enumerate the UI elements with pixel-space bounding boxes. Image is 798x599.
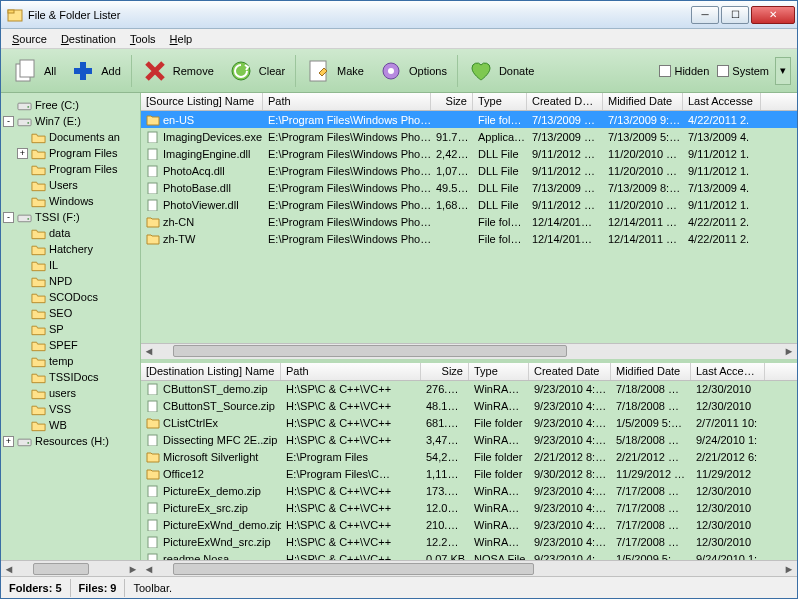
tree-node[interactable]: +Program Files (3, 145, 138, 161)
list-row[interactable]: PictureExWnd_demo.zipH:\SP\C & C++\VC++2… (141, 517, 797, 534)
menu-destination[interactable]: Destination (54, 31, 123, 47)
list-row[interactable]: PhotoAcq.dllE:\Program Files\Windows Pho… (141, 162, 797, 179)
expand-icon[interactable]: - (3, 212, 14, 223)
cell: 11/20/2010 … (603, 147, 683, 161)
tree-node[interactable]: IL (3, 257, 138, 273)
column-header[interactable]: Size (431, 93, 473, 110)
tree-label: data (49, 227, 70, 239)
tree-node[interactable]: TSSIDocs (3, 369, 138, 385)
cell: 12.0… (421, 501, 469, 515)
column-header[interactable]: Type (473, 93, 527, 110)
tree-node[interactable]: SEO (3, 305, 138, 321)
tree-label: WB (49, 419, 67, 431)
column-header[interactable]: Last Accesse. (691, 363, 765, 380)
tree-node[interactable]: temp (3, 353, 138, 369)
tree-hscroll[interactable]: ◄► (1, 560, 141, 576)
all-button[interactable]: All (7, 55, 62, 87)
source-header[interactable]: [Source Listing] NamePathSizeTypeCreated… (141, 93, 797, 111)
tree-node[interactable]: WB (3, 417, 138, 433)
tree-node[interactable]: Free (C:) (3, 97, 138, 113)
tree-node[interactable]: VSS (3, 401, 138, 417)
tree-node[interactable]: SPEF (3, 337, 138, 353)
clear-label: Clear (259, 65, 285, 77)
tree-node[interactable]: users (3, 385, 138, 401)
cell: 1,68… (431, 198, 473, 212)
list-row[interactable]: zh-TWE:\Program Files\Windows Pho…File f… (141, 230, 797, 247)
cell: en-US (141, 113, 263, 127)
column-header[interactable]: Path (263, 93, 431, 110)
column-header[interactable]: Path (281, 363, 421, 380)
cell: DLL File (473, 147, 527, 161)
svg-point-13 (27, 217, 29, 219)
column-header[interactable]: Last Accesse (683, 93, 761, 110)
list-row[interactable]: PictureExWnd_src.zipH:\SP\C & C++\VC++12… (141, 534, 797, 551)
expand-icon[interactable]: + (3, 436, 14, 447)
list-row[interactable]: Dissecting MFC 2E..zipH:\SP\C & C++\VC++… (141, 432, 797, 449)
remove-button[interactable]: Remove (136, 55, 220, 87)
options-button[interactable]: Options (372, 55, 453, 87)
dest-header[interactable]: [Destination Listing] NamePathSizeTypeCr… (141, 363, 797, 381)
add-button[interactable]: Add (64, 55, 127, 87)
column-header[interactable]: Type (469, 363, 529, 380)
make-button[interactable]: Make (300, 55, 370, 87)
donate-button[interactable]: Donate (462, 55, 540, 87)
tree-node[interactable]: SP (3, 321, 138, 337)
cell: WinRA… (469, 535, 529, 549)
overflow-button[interactable]: ▾ (775, 57, 791, 85)
list-row[interactable]: Microsoft SilverlightE:\Program Files54,… (141, 449, 797, 466)
menu-tools[interactable]: Tools (123, 31, 163, 47)
source-body[interactable]: en-USE:\Program Files\Windows Pho…File f… (141, 111, 797, 343)
list-row[interactable]: ImagingEngine.dllE:\Program Files\Window… (141, 145, 797, 162)
clear-button[interactable]: Clear (222, 55, 291, 87)
tree-node[interactable]: Hatchery (3, 241, 138, 257)
list-row[interactable]: CButtonST_Source.zipH:\SP\C & C++\VC++48… (141, 398, 797, 415)
close-button[interactable]: ✕ (751, 6, 795, 24)
column-header[interactable]: [Source Listing] Name (141, 93, 263, 110)
column-header[interactable]: Size (421, 363, 469, 380)
tree-node[interactable]: NPD (3, 273, 138, 289)
tree-node[interactable]: SCODocs (3, 289, 138, 305)
cell: CButtonST_Source.zip (141, 399, 281, 413)
tree-node[interactable]: Documents an (3, 129, 138, 145)
list-row[interactable]: en-USE:\Program Files\Windows Pho…File f… (141, 111, 797, 128)
list-row[interactable]: readme.NosaH:\SP\C & C++\VC++0.07 KBNOSA… (141, 551, 797, 560)
cell: 7/13/2009 … (527, 130, 603, 144)
list-row[interactable]: PhotoViewer.dllE:\Program Files\Windows … (141, 196, 797, 213)
dest-hscroll[interactable]: ◄► (141, 560, 797, 576)
column-header[interactable]: Midified Date (603, 93, 683, 110)
tree-node[interactable]: Users (3, 177, 138, 193)
minimize-button[interactable]: ─ (691, 6, 719, 24)
tree-node[interactable]: Program Files (3, 161, 138, 177)
cell: 7/17/2008 … (611, 501, 691, 515)
source-hscroll[interactable]: ◄► (141, 343, 797, 359)
column-header[interactable]: [Destination Listing] Name (141, 363, 281, 380)
list-row[interactable]: zh-CNE:\Program Files\Windows Pho…File f… (141, 213, 797, 230)
hidden-checkbox[interactable]: Hidden (659, 65, 709, 77)
system-checkbox[interactable]: System (717, 65, 769, 77)
tree-node[interactable]: Windows (3, 193, 138, 209)
list-row[interactable]: CListCtrlExH:\SP\C & C++\VC++681.…File f… (141, 415, 797, 432)
expand-icon[interactable]: - (3, 116, 14, 127)
tree-node[interactable]: -Win7 (E:) (3, 113, 138, 129)
dest-body[interactable]: CButtonST_demo.zipH:\SP\C & C++\VC++276.… (141, 381, 797, 560)
list-row[interactable]: ImagingDevices.exeE:\Program Files\Windo… (141, 128, 797, 145)
list-row[interactable]: Office12E:\Program Files\C…1,11…File fol… (141, 466, 797, 483)
column-header[interactable]: Midified Date (611, 363, 691, 380)
cell: H:\SP\C & C++\VC++ (281, 399, 421, 413)
list-row[interactable]: PhotoBase.dllE:\Program Files\Windows Ph… (141, 179, 797, 196)
maximize-button[interactable]: ☐ (721, 6, 749, 24)
list-row[interactable]: PictureEx_demo.zipH:\SP\C & C++\VC++173.… (141, 483, 797, 500)
expand-icon[interactable]: + (17, 148, 28, 159)
folder-tree[interactable]: Free (C:)-Win7 (E:)Documents an+Program … (1, 93, 141, 576)
tree-node[interactable]: data (3, 225, 138, 241)
list-row[interactable]: CButtonST_demo.zipH:\SP\C & C++\VC++276.… (141, 381, 797, 398)
list-row[interactable]: PictureEx_src.zipH:\SP\C & C++\VC++12.0…… (141, 500, 797, 517)
tree-label: SEO (49, 307, 72, 319)
column-header[interactable]: Created Date (527, 93, 603, 110)
column-header[interactable]: Created Date (529, 363, 611, 380)
tree-node[interactable]: -TSSI (F:) (3, 209, 138, 225)
menu-source[interactable]: Source (5, 31, 54, 47)
menu-help[interactable]: Help (163, 31, 200, 47)
cell: WinRA… (469, 501, 529, 515)
tree-node[interactable]: +Resources (H:) (3, 433, 138, 449)
